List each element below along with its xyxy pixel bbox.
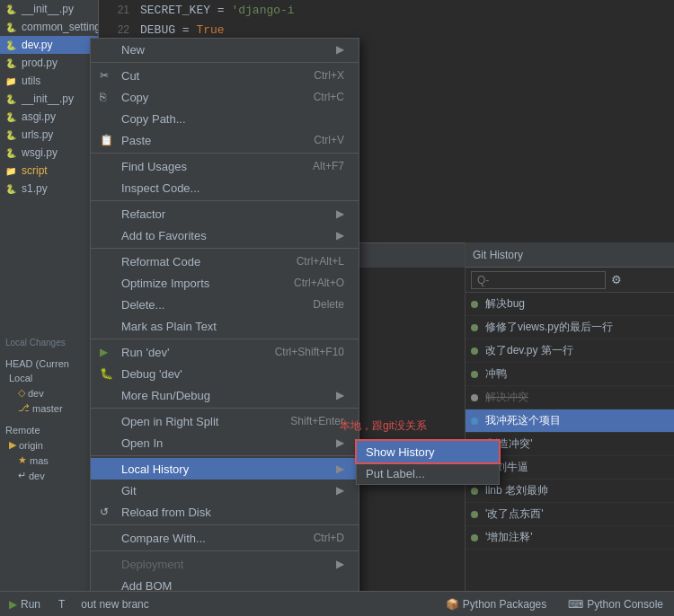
- menu-open-in[interactable]: Open In ▶: [91, 432, 359, 453]
- line-number: 22: [102, 23, 129, 36]
- git-origin-mas[interactable]: ★ mas: [5, 453, 93, 468]
- file-name: urls.py: [22, 128, 53, 141]
- git-item-label: dev: [29, 471, 45, 481]
- menu-open-right[interactable]: Open in Right Split Shift+Enter: [91, 410, 359, 432]
- git-origin[interactable]: ▶ origin: [5, 437, 93, 453]
- file-tree-item[interactable]: 🐍 common_settings.py: [0, 18, 98, 36]
- menu-inspect-code[interactable]: Inspect Code...: [91, 177, 359, 198]
- menu-separator: [91, 248, 359, 249]
- git-branch-dev[interactable]: ◇ dev: [5, 385, 93, 400]
- menu-show-history[interactable]: Show History: [357, 441, 499, 462]
- menu-more-run[interactable]: More Run/Debug ▶: [91, 384, 359, 406]
- menu-local-history[interactable]: Local History ▶: [91, 458, 359, 480]
- git-search-input[interactable]: [471, 271, 606, 289]
- file-tree-item[interactable]: 🐍 __init__.py: [0, 0, 98, 18]
- git-item-label: Local: [9, 373, 32, 383]
- git-branch-master[interactable]: ⎇ master: [5, 400, 93, 416]
- branch-info: out new branc: [74, 598, 155, 611]
- menu-reload[interactable]: ↺ Reload from Disk: [91, 501, 359, 523]
- git-head-section: HEAD (Curren Local ◇ dev ⎇ master: [0, 353, 99, 419]
- commit-item[interactable]: 修修了views.py的最后一行: [466, 316, 674, 339]
- commit-dot: [471, 511, 478, 518]
- python-console-tab[interactable]: ⌨ Python Console: [557, 592, 674, 617]
- git-history-title: Git History: [473, 249, 523, 261]
- shortcut-label: Ctrl+V: [314, 134, 344, 146]
- menu-optimize[interactable]: Optimize Imports Ctrl+Alt+O: [91, 272, 359, 294]
- menu-git[interactable]: Git ▶: [91, 480, 359, 501]
- package-tabs: 📦 Python Packages ⌨ Python Console: [435, 592, 674, 617]
- py-icon: 🐍: [4, 110, 18, 124]
- menu-find-usages[interactable]: Find Usages Alt+F7: [91, 155, 359, 177]
- python-packages-tab[interactable]: 📦 Python Packages: [435, 592, 557, 617]
- menu-debug-dev[interactable]: 🐛 Debug 'dev': [91, 363, 359, 384]
- commit-item[interactable]: 冲鸭: [466, 363, 674, 386]
- menu-label: Delete...: [121, 298, 164, 312]
- git-origin-dev[interactable]: ↵ dev: [5, 468, 93, 483]
- git-local-changes: Local Changes: [0, 332, 99, 353]
- menu-mark-plain[interactable]: Mark as Plain Text: [91, 315, 359, 337]
- commit-item[interactable]: 解决bug: [466, 293, 674, 316]
- code-line-22: 22 DEBUG = True: [99, 20, 674, 40]
- commit-message: 解决bug: [485, 296, 525, 312]
- menu-deployment[interactable]: Deployment ▶: [91, 553, 359, 575]
- menu-separator: [91, 524, 359, 525]
- shortcut-label: Ctrl+X: [314, 69, 344, 82]
- menu-add-favorites[interactable]: Add to Favorites ▶: [91, 224, 359, 246]
- file-tree-item[interactable]: 📁 utils: [0, 72, 98, 90]
- menu-compare-with[interactable]: Compare With... Ctrl+D: [91, 527, 359, 549]
- menu-cut[interactable]: ✂ Cut Ctrl+X: [91, 65, 359, 86]
- git-head-label: HEAD (Curren: [5, 356, 93, 371]
- commit-item[interactable]: '改了点东西': [466, 503, 674, 526]
- commit-item[interactable]: '增加注释': [466, 526, 674, 550]
- file-tree-item[interactable]: 🐍 s1.py: [0, 180, 98, 198]
- file-tree-item[interactable]: 🐍 urls.py: [0, 126, 98, 144]
- git-local[interactable]: Local: [5, 371, 93, 385]
- tag-icon: ◇: [18, 387, 25, 399]
- script-folder[interactable]: 📁 script: [0, 162, 98, 180]
- shortcut-label: Ctrl+C: [314, 91, 344, 103]
- commit-item[interactable]: 改了dev.py 第一行: [466, 339, 674, 363]
- commit-message: 我冲死这个项目: [485, 413, 561, 428]
- commit-message: 解决冲突: [485, 390, 528, 405]
- menu-paste[interactable]: 📋 Paste Ctrl+V: [91, 129, 359, 151]
- code-line-21: 21 SECRET_KEY = 'django-i: [99, 0, 674, 20]
- package-icon: 📦: [446, 598, 459, 611]
- run-tab[interactable]: ▶ Run: [0, 592, 49, 617]
- menu-copy[interactable]: ⎘ Copy Ctrl+C: [91, 86, 359, 108]
- git-history-header: Git History: [466, 242, 674, 268]
- menu-new[interactable]: New ▶: [91, 39, 359, 60]
- git-history-panel: Git History ⚙ 解决bug 修修了views.py的最后一行 改了d…: [465, 242, 674, 616]
- menu-refactor[interactable]: Refactor ▶: [91, 203, 359, 224]
- menu-delete[interactable]: Delete... Delete: [91, 294, 359, 315]
- commit-dot: [471, 488, 478, 495]
- local-history-submenu: Show History Put Label...: [356, 440, 500, 485]
- menu-label: Local History: [121, 462, 189, 476]
- menu-separator: [91, 153, 359, 154]
- menu-copy-path[interactable]: Copy Path...: [91, 108, 359, 129]
- git-remote-label: Remote: [5, 423, 93, 437]
- settings-icon[interactable]: ⚙: [611, 273, 622, 286]
- menu-put-label[interactable]: Put Label...: [357, 462, 499, 484]
- commit-item[interactable]: 解决冲突: [466, 386, 674, 409]
- commit-item-selected[interactable]: 我冲死这个项目: [466, 409, 674, 433]
- menu-separator: [91, 455, 359, 456]
- branch-icon: ⎇: [18, 402, 30, 414]
- file-tree-item[interactable]: 🐍 prod.py: [0, 54, 98, 72]
- menu-label: Copy: [121, 91, 148, 104]
- git-item-label: master: [32, 403, 63, 414]
- menu-label: Put Label...: [366, 467, 425, 480]
- menu-label: Find Usages: [121, 160, 187, 173]
- file-tree-item[interactable]: 🐍 __init__.py: [0, 90, 98, 108]
- menu-reformat[interactable]: Reformat Code Ctrl+Alt+L: [91, 251, 359, 272]
- menu-run-dev[interactable]: ▶ Run 'dev' Ctrl+Shift+F10: [91, 341, 359, 363]
- tasks-tab[interactable]: T: [49, 592, 74, 617]
- menu-label: Mark as Plain Text: [121, 320, 217, 333]
- file-tree-item[interactable]: 🐍 wsgi.py: [0, 144, 98, 162]
- commit-dot: [471, 301, 478, 308]
- file-tree-item-selected[interactable]: 🐍 dev.py: [0, 36, 98, 54]
- commit-message: 修修了views.py的最后一行: [485, 320, 613, 335]
- console-tab-label: Python Console: [587, 598, 663, 611]
- submenu-arrow: ▶: [336, 436, 344, 449]
- file-tree-item[interactable]: 🐍 asgi.py: [0, 108, 98, 126]
- submenu-arrow: ▶: [336, 389, 344, 401]
